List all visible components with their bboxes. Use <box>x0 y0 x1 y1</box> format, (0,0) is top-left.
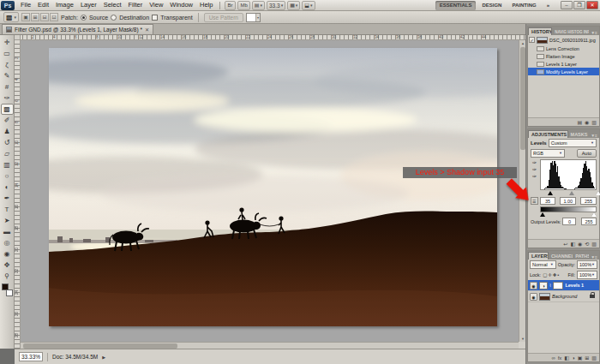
shadow-input-slider[interactable] <box>548 191 553 195</box>
3d-orbit-tool[interactable]: ◉ <box>1 248 14 260</box>
marquee-tool[interactable]: ▭ <box>1 48 14 59</box>
tab-adjustments[interactable]: ADJUSTMENTS <box>528 130 568 138</box>
selection-mode-icon-0[interactable]: ▣ <box>21 13 30 21</box>
status-menu-arrow-icon[interactable]: ▶ <box>102 355 105 360</box>
menu-image[interactable]: Image <box>52 0 77 10</box>
output-highlight-slider[interactable] <box>591 212 597 217</box>
blend-mode-select[interactable]: Normal▼ <box>530 260 556 269</box>
document-tab[interactable]: Filter GND.psd @ 33.3% (Levels 1, Layer … <box>2 24 153 34</box>
channel-select[interactable]: RGB▼ <box>531 149 565 158</box>
launch-mini-bridge-icon[interactable]: Mb <box>237 1 249 10</box>
background-layer-thumbnail[interactable] <box>539 293 550 301</box>
foreground-color-swatch[interactable] <box>2 283 9 290</box>
clone-stamp-tool[interactable]: ♟ <box>1 126 14 137</box>
lock-icon-2[interactable]: ✚ <box>553 272 557 277</box>
crop-tool[interactable]: # <box>1 81 14 92</box>
tab-navigator-histogram-info[interactable]: NAVIG HISTOG INFO <box>552 29 589 35</box>
history-brush-tool[interactable]: ↺ <box>1 137 14 148</box>
photo-canvas[interactable] <box>49 48 497 326</box>
visibility-eye-icon[interactable]: ◉ <box>530 293 537 301</box>
arrange-documents-icon[interactable]: ▦▾ <box>287 1 300 10</box>
workspace-essentials[interactable]: ESSENTIALS <box>435 1 477 10</box>
visibility-eye-icon[interactable]: ◉ <box>530 282 537 289</box>
reset-adjustment-icon[interactable]: ⟲ <box>585 241 589 247</box>
new-document-from-state-icon[interactable]: ▤ <box>577 119 582 125</box>
lock-icon-3[interactable]: ▪ <box>558 272 560 277</box>
history-snapshot-row[interactable]: ✓ DSC_0092010911.jpg <box>528 35 599 45</box>
canvas-area[interactable] <box>21 40 519 342</box>
brush-tool[interactable]: ✐ <box>1 115 14 126</box>
input-levels-sliders[interactable] <box>540 191 597 196</box>
screen-mode-icon[interactable]: ⬓▾ <box>302 1 315 10</box>
new-layer-icon[interactable]: ⊞ <box>585 355 589 361</box>
highlight-input-field[interactable]: 255 <box>580 197 597 205</box>
tab-layers[interactable]: LAYERS <box>528 252 549 260</box>
menu-help[interactable]: Help <box>196 0 216 10</box>
midtone-input-slider[interactable] <box>569 191 574 195</box>
tab-history[interactable]: HISTORY <box>528 27 552 35</box>
selection-mode-icon-3[interactable]: ⊡ <box>50 13 58 21</box>
minimize-button[interactable]: – <box>561 1 573 9</box>
launch-bridge-icon[interactable]: Br <box>225 1 236 10</box>
view-extras-icon[interactable]: ▤▾ <box>252 1 265 10</box>
history-source-checkbox[interactable]: ✓ <box>529 37 535 43</box>
new-adjustment-layer-icon[interactable]: ◑ <box>572 355 575 361</box>
zoom-tool[interactable]: ⚲ <box>1 271 14 282</box>
lasso-tool[interactable]: ζ <box>1 59 14 70</box>
panel-menu-icon[interactable]: ▼≡ <box>589 30 599 35</box>
blur-tool[interactable]: ○ <box>1 170 14 182</box>
gradient-tool[interactable]: ▥ <box>1 159 14 170</box>
lock-icons[interactable]: ▢✛✚▪ <box>543 272 559 277</box>
auto-button[interactable]: Auto <box>577 149 597 158</box>
new-group-icon[interactable]: ▣ <box>578 355 583 361</box>
destination-radio[interactable] <box>111 15 117 21</box>
menu-filter[interactable]: Filter <box>125 0 147 10</box>
output-shadow-slider[interactable] <box>540 212 545 217</box>
selection-mode-icon-1[interactable]: ⊞ <box>31 13 39 21</box>
midtone-input-field[interactable]: 1.00 <box>560 197 576 205</box>
delete-layer-icon[interactable]: ▥ <box>591 355 597 361</box>
output-high-field[interactable]: 255 <box>581 218 597 225</box>
destination-label[interactable]: Destination <box>119 15 149 21</box>
menu-edit[interactable]: Edit <box>34 0 52 10</box>
layer-row-levels[interactable]: ◉ ◑ ⌇ Levels 1 <box>528 280 599 291</box>
zoom-level-dropdown[interactable]: 33.3▾ <box>267 1 285 10</box>
levels-adjustment-thumbnail[interactable]: ◑ <box>539 282 548 289</box>
layer-row-background[interactable]: ◉ Background <box>528 291 599 302</box>
dodge-tool[interactable]: ◐ <box>1 182 14 193</box>
type-tool[interactable]: T <box>1 204 14 215</box>
workspace-design[interactable]: DESIGN <box>477 1 506 10</box>
status-zoom-field[interactable]: 33.33% <box>19 352 43 361</box>
close-tab-icon[interactable]: ✕ <box>145 27 149 33</box>
add-layer-mask-icon[interactable]: ◧ <box>564 355 569 361</box>
selection-mode-icon-2[interactable]: ⊟ <box>40 13 49 21</box>
return-to-adjustment-list-icon[interactable]: ↩ <box>563 241 567 247</box>
source-radio[interactable] <box>81 15 87 21</box>
toggle-visibility-icon[interactable]: ◉ <box>578 241 582 247</box>
close-button[interactable]: ✕ <box>586 1 598 9</box>
delete-state-icon[interactable]: ▥ <box>591 119 597 125</box>
horizontal-scrollbar[interactable] <box>15 342 519 349</box>
workspace-overflow-button[interactable]: » <box>543 1 554 10</box>
history-state-lens-correction[interactable]: Lens Correction <box>528 45 599 52</box>
tab-channels[interactable]: CHANNELS <box>549 253 573 260</box>
background-color-swatch[interactable] <box>6 289 13 296</box>
menu-select[interactable]: Select <box>100 0 125 10</box>
history-state-modify-levels-layer[interactable]: Modify Levels Layer <box>528 68 599 75</box>
workspace-painting[interactable]: PAINTING <box>507 1 540 10</box>
eyedropper-icon-1[interactable]: ✑ <box>532 166 537 172</box>
pen-tool[interactable]: ✒ <box>1 193 14 204</box>
panel-menu-icon[interactable]: ▼≡ <box>589 254 599 260</box>
patch-tool[interactable]: ▩ <box>1 104 14 115</box>
color-swatches[interactable] <box>1 283 14 297</box>
opacity-field[interactable]: 100%▼ <box>577 260 597 269</box>
move-tool[interactable]: ✛ <box>1 37 14 48</box>
source-label[interactable]: Source <box>89 15 108 21</box>
switch-panel-view-icon[interactable]: ◧ <box>570 241 575 247</box>
menu-window[interactable]: Window <box>166 0 196 10</box>
highlight-input-slider[interactable] <box>596 191 600 195</box>
panel-menu-icon[interactable]: ▼≡ <box>589 133 599 138</box>
menu-view[interactable]: View <box>146 0 166 10</box>
output-levels-sliders[interactable] <box>540 212 597 217</box>
restore-button[interactable]: ❐ <box>573 1 585 9</box>
